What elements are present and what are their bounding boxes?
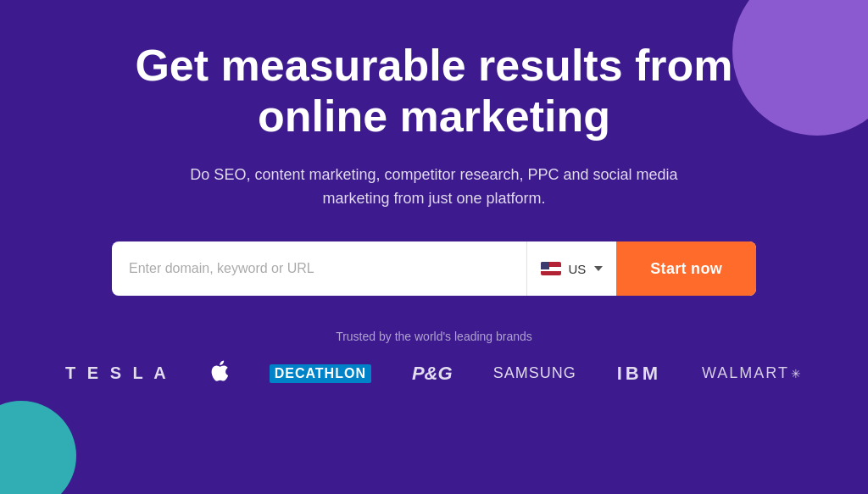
brand-apple (210, 360, 229, 386)
hero-section: Get measurable results from online marke… (0, 0, 868, 494)
search-input[interactable] (112, 241, 526, 296)
country-selector[interactable]: US (526, 241, 616, 296)
trusted-brands-label: Trusted by the world's leading brands (336, 330, 532, 343)
hero-title: Get measurable results from online marke… (116, 41, 752, 142)
start-now-button[interactable]: Start now (616, 241, 756, 296)
samsung-logo-text: SAMSUNG (493, 364, 576, 382)
walmart-star-icon: ✳ (791, 367, 803, 380)
pg-logo-text: P&G (412, 363, 453, 385)
ibm-logo-text: IBM (617, 363, 661, 385)
decorative-circle-top-right (732, 0, 868, 136)
brand-pg: P&G (412, 363, 453, 385)
walmart-logo-text: Walmart (702, 364, 789, 382)
decorative-circle-bottom-left (0, 401, 76, 494)
brand-walmart: Walmart ✳ (702, 364, 803, 382)
hero-subtitle: Do SEO, content marketing, competitor re… (180, 163, 688, 212)
brand-tesla: T E S L A (65, 364, 170, 383)
apple-logo-icon (210, 360, 229, 386)
brand-ibm: IBM (617, 363, 661, 385)
country-label: US (568, 262, 586, 276)
tesla-logo-text: T E S L A (65, 364, 170, 383)
us-flag-icon (541, 262, 561, 275)
chevron-down-icon (594, 266, 603, 271)
decathlon-logo-text: DECATHLON (275, 366, 366, 381)
search-bar: US Start now (112, 241, 756, 296)
brand-decathlon: DECATHLON (270, 364, 371, 383)
brand-samsung: SAMSUNG (493, 364, 576, 382)
brands-row: T E S L A DECATHLON P&G SAMSUNG IBM Walm… (65, 360, 803, 386)
